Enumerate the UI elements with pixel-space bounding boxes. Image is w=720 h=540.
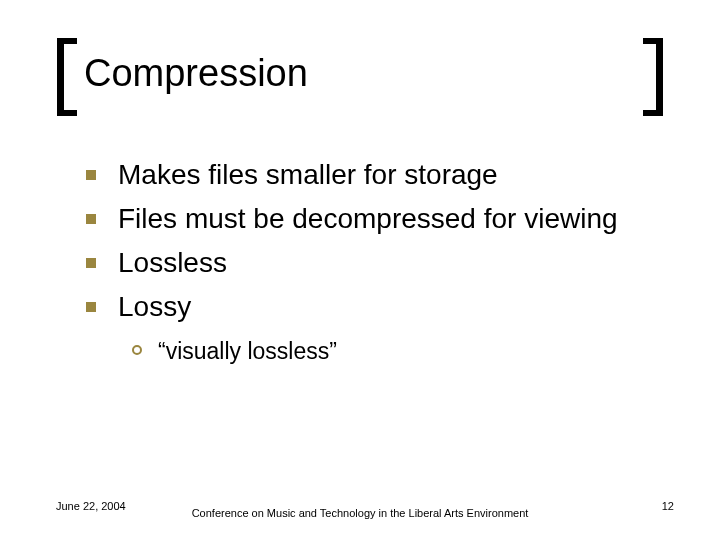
list-item-text: Files must be decompressed for viewing (118, 200, 618, 238)
list-item: Makes files smaller for storage (86, 156, 646, 194)
square-bullet-icon (86, 258, 96, 268)
list-item: Files must be decompressed for viewing (86, 200, 646, 238)
bracket-left-icon (56, 38, 76, 116)
square-bullet-icon (86, 214, 96, 224)
square-bullet-icon (86, 302, 96, 312)
square-bullet-icon (86, 170, 96, 180)
title-area: Compression (56, 38, 664, 116)
slide: Compression Makes files smaller for stor… (0, 0, 720, 540)
list-item: Lossy (86, 288, 646, 326)
footer-page-number: 12 (662, 500, 674, 512)
sublist-item: “visually lossless” (132, 336, 646, 366)
sublist-item-text: “visually lossless” (158, 336, 337, 366)
list-item-text: Makes files smaller for storage (118, 156, 498, 194)
footer-center: Conference on Music and Technology in th… (0, 506, 720, 520)
bracket-right-icon (644, 38, 664, 116)
sublist: “visually lossless” (86, 336, 646, 366)
slide-title: Compression (84, 52, 308, 95)
circle-bullet-icon (132, 345, 142, 355)
slide-body: Makes files smaller for storage Files mu… (86, 156, 646, 366)
list-item-text: Lossless (118, 244, 227, 282)
list-item: Lossless (86, 244, 646, 282)
list-item-text: Lossy (118, 288, 191, 326)
